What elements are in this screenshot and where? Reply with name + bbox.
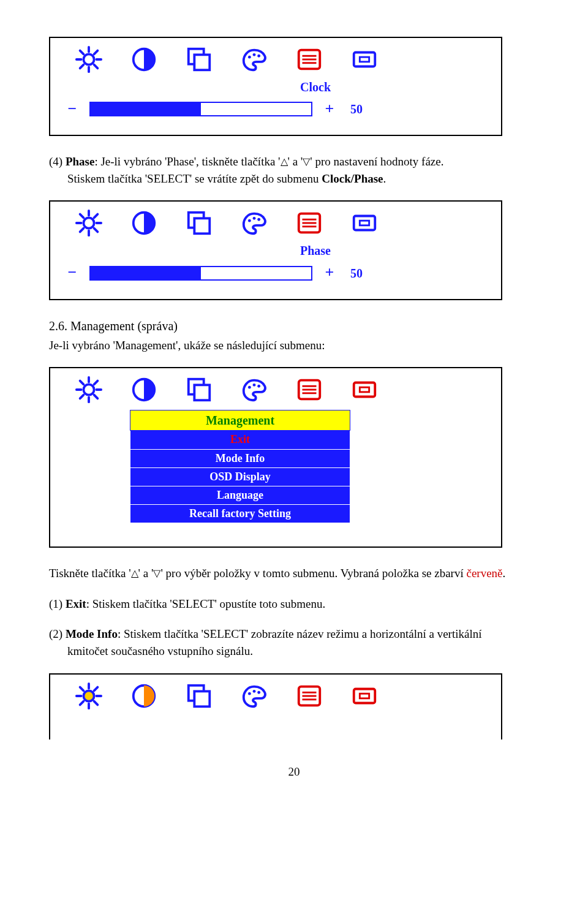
t: (2) <box>49 627 66 640</box>
tools-icon <box>350 45 379 74</box>
heading-2-6-sub: Je-li vybráno 'Management', ukáže se nás… <box>49 337 539 354</box>
management-menu: Management Exit Mode Info OSD Display La… <box>130 410 350 523</box>
t: ' pro nastavení hodnoty fáze. <box>310 155 443 168</box>
slider-fill <box>91 103 201 115</box>
menu-icon <box>295 682 323 710</box>
icon-row <box>62 45 489 74</box>
t: Stiskem tlačítka 'SELECT' se vrátíte zpě… <box>67 172 322 185</box>
triangle-up-icon: △ <box>131 568 138 578</box>
slider-fill <box>91 267 201 279</box>
para-exit: (1) Exit: Stiskem tlačítka 'SELECT' opus… <box>49 596 539 613</box>
osd-bottom-box <box>49 673 502 739</box>
palette-icon <box>240 209 268 237</box>
minus-icon: − <box>66 98 78 120</box>
position-icon <box>185 209 213 237</box>
red-word: červeně <box>466 567 502 580</box>
triangle-down-icon: ▽ <box>303 156 310 167</box>
palette-icon <box>240 376 268 404</box>
menu-item-mode-info: Mode Info <box>130 450 350 468</box>
contrast-icon <box>130 682 158 710</box>
para-mode-info: (2) Mode Info: Stiskem tlačítka 'SELECT'… <box>49 626 539 659</box>
t-bold: Clock/Phase <box>322 172 383 185</box>
tools-icon-red <box>350 682 379 710</box>
minus-icon: − <box>66 262 78 284</box>
menu-icon <box>295 376 323 404</box>
osd-management-box: Management Exit Mode Info OSD Display La… <box>49 367 502 548</box>
t: : Stiskem tlačítka 'SELECT' zobrazíte ná… <box>118 627 482 640</box>
menu-item-osd-display: OSD Display <box>130 468 350 486</box>
t: ' a ' <box>138 567 154 580</box>
tools-icon-red <box>350 376 379 404</box>
contrast-icon <box>130 45 158 74</box>
indent-line: Stiskem tlačítka 'SELECT' se vrátíte zpě… <box>49 170 539 187</box>
indent-line: kmitočet současného vstupního signálu. <box>49 643 539 660</box>
slider-value: 50 <box>350 265 363 282</box>
menu-item-recall: Recall factory Setting <box>130 505 350 523</box>
para-select-item: Tiskněte tlačítka '△' a '▽' pro výběr po… <box>49 565 539 582</box>
t: ' pro výběr položky v tomto submenu. Vyb… <box>160 567 466 580</box>
menu-icon <box>295 209 323 237</box>
plus-icon: + <box>323 98 336 120</box>
icon-row <box>62 376 489 404</box>
menu-title: Management <box>130 410 350 431</box>
para-phase: (4) Phase: Je-li vybráno 'Phase', tiskně… <box>49 153 539 187</box>
menu-item-exit: Exit <box>130 431 350 449</box>
contrast-icon <box>130 209 158 237</box>
osd-label: Clock <box>142 78 489 96</box>
t: : Stiskem tlačítka 'SELECT' opustíte tot… <box>86 597 326 610</box>
position-icon <box>185 682 213 710</box>
osd-phase-box: Phase − + 50 <box>49 200 502 300</box>
brightness-icon <box>75 376 103 404</box>
menu-item-language: Language <box>130 486 350 505</box>
triangle-up-icon: △ <box>281 156 288 167</box>
palette-icon <box>240 682 268 710</box>
t: . <box>383 172 386 185</box>
slider-track <box>89 102 312 116</box>
t: (4) <box>49 155 66 168</box>
menu-icon <box>295 45 323 74</box>
brightness-icon <box>75 45 103 74</box>
slider-row: − + 50 <box>62 98 489 120</box>
t-bold: Exit <box>66 597 86 610</box>
contrast-icon <box>130 376 158 404</box>
t: Tiskněte tlačítka ' <box>49 567 131 580</box>
slider-value: 50 <box>350 100 363 118</box>
icon-row <box>62 209 489 237</box>
t: . <box>503 567 506 580</box>
triangle-down-icon: ▽ <box>153 568 160 578</box>
position-icon <box>185 45 213 74</box>
icon-row <box>62 682 489 710</box>
page-number: 20 <box>49 764 539 781</box>
palette-icon <box>240 45 268 74</box>
slider-track <box>89 266 312 281</box>
tools-icon <box>350 209 379 237</box>
osd-label: Phase <box>142 242 489 259</box>
t-bold: Mode Info <box>66 627 118 640</box>
plus-icon: + <box>323 262 336 284</box>
t-bold: Phase <box>66 155 95 168</box>
brightness-icon <box>75 682 103 710</box>
slider-row: − + 50 <box>62 262 489 284</box>
t: : Je-li vybráno 'Phase', tiskněte tlačít… <box>94 155 280 168</box>
heading-2-6: 2.6. Management (správa) <box>49 317 539 335</box>
t: ' a ' <box>288 155 303 168</box>
position-icon <box>185 376 213 404</box>
brightness-icon <box>75 209 103 237</box>
t: (1) <box>49 597 66 610</box>
osd-clock-box: Clock − + 50 <box>49 37 502 136</box>
